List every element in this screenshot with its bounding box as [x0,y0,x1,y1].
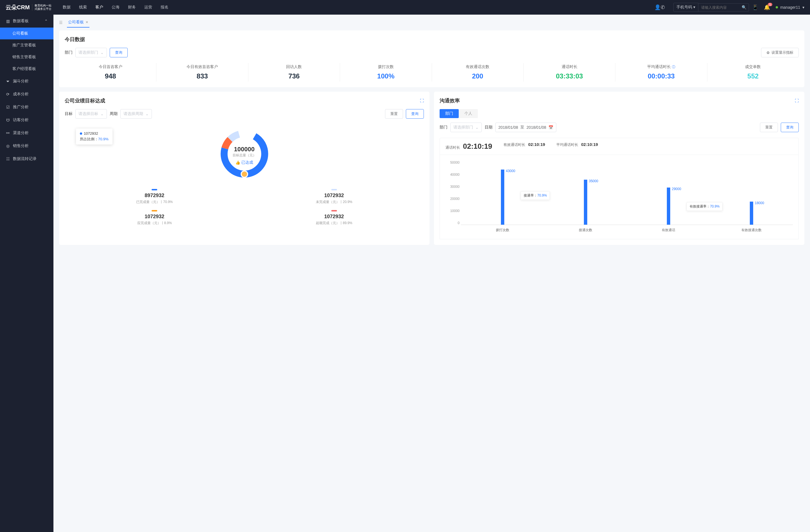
metric-value: 736 [248,72,340,80]
sidebar-item[interactable]: ⟳成本分析 [0,88,53,101]
sidebar-item[interactable]: ◎销售分析 [0,139,53,152]
channel-icon: ⚯ [6,131,10,135]
stat-value: 8972932 [65,193,244,199]
metric-label: 有效通话次数 [432,64,523,69]
sidebar-item[interactable]: ⏷漏斗分析 [0,75,53,88]
plot-area: 43000拨打次数35000接通次数29000有效通话18000有效接通次数接通… [461,161,793,225]
close-icon[interactable]: ✕ [85,20,88,24]
metric-label: 拨打次数 [340,64,432,69]
metric: 成交单数552 [707,63,799,82]
sidebar-subitem[interactable]: 公司看板 [0,28,53,39]
target-icon: ◎ [6,144,10,148]
bar-category-label: 有效通话 [662,228,675,233]
stat-desc: 已完成量（元）丨70.9% [65,200,244,204]
nav-item[interactable]: 数据 [63,5,70,10]
phone-icon[interactable]: ✆ [661,4,665,11]
efficiency-title: 沟通效率 [440,97,460,104]
header: 云朵CRM 教育机构一站 式服务云平台 数据线索客户公海财务运营报名 👤 ✆ 手… [0,0,810,15]
bar-chart: 50000400003000020000100000 43000拨打次数3500… [440,155,799,239]
nav-item[interactable]: 财务 [128,5,136,10]
y-tick: 0 [446,221,459,225]
segment-tab[interactable]: 部门 [440,109,459,118]
help-icon[interactable]: ⓘ [672,65,675,69]
today-title: 今日数据 [65,36,799,43]
query-button[interactable]: 查询 [406,109,424,119]
logo[interactable]: 云朵CRM 教育机构一站 式服务云平台 [6,4,51,11]
search-box: 手机号码 ▾ 🔍 [673,3,746,12]
sidebar-subitem[interactable]: 推广主管看板 [0,39,53,51]
add-user-icon[interactable]: 👤 [654,4,661,11]
chart-tooltip: 1072932 所占比例：70.9% [76,129,113,145]
sidebar-group-dashboard[interactable]: ▥ 数据看板 ⌃ [0,15,53,28]
stat-value: 1072932 [65,214,244,220]
segment-tabs: 部门个人 [440,109,799,118]
search-input[interactable] [698,3,749,12]
nav-item[interactable]: 公海 [112,5,119,10]
metric-value: 552 [707,72,799,80]
sidebar-item[interactable]: ⚯渠道分析 [0,127,53,139]
target-select[interactable]: 请选择目标 ⌄ [75,109,107,119]
dept-select[interactable]: 请选择部门 ⌄ [450,122,482,132]
search-icon[interactable]: 🔍 [742,5,746,10]
donut-chart: 1072932 所占比例：70.9% 100000 目标总量（元） 👍已达成 [65,124,424,186]
settings-metrics-button[interactable]: ⚙ 设置显示指标 [761,48,799,57]
status-dot [776,6,778,9]
bar-category-label: 有效接通次数 [741,228,762,233]
query-button[interactable]: 查询 [110,48,128,57]
funnel-icon: ⏷ [6,79,10,84]
efficiency-metric: 有效通话时长02:10:19 [503,142,545,151]
chevron-down-icon: ⌄ [475,125,479,130]
nav-item[interactable]: 运营 [144,5,152,10]
sidebar-item[interactable]: ☋访客分析 [0,114,53,127]
stat-desc: 超额完成（元）丨89.9% [244,221,424,226]
bar-category-label: 接通次数 [579,228,592,233]
metric: 平均通话时长ⓘ00:00:33 [615,63,707,82]
sidebar-item[interactable]: ☷数据流转记录 [0,152,53,165]
user-menu[interactable]: manager11 ▾ [776,5,804,10]
target-label: 目标 [65,111,72,116]
sidebar-subitem[interactable]: 销售主管看板 [0,51,53,63]
chevron-down-icon: ▾ [803,5,804,10]
nav-item[interactable]: 线索 [79,5,87,10]
expand-icon[interactable]: ⛶ [795,98,799,103]
y-tick: 30000 [446,185,459,189]
search-type-select[interactable]: 手机号码 ▾ [673,3,698,12]
cycle-select[interactable]: 请选择周期 ⌄ [120,109,152,119]
tab-company-board[interactable]: 公司看板 ✕ [67,17,90,28]
dept-select[interactable]: 请选择部门 ⌄ [75,48,107,57]
top-nav: 数据线索客户公海财务运营报名 [63,5,655,10]
nav-item[interactable]: 报名 [161,5,168,10]
query-button[interactable]: 查询 [781,122,799,132]
bell-icon[interactable]: 🔔5 [764,4,770,11]
chevron-down-icon: ⌄ [145,112,149,116]
svg-point-4 [241,171,247,178]
legend-bar [331,189,337,190]
metric: 通话时长03:33:03 [524,63,615,82]
legend-bar [151,210,157,212]
stat-desc: 未完成量（元）丨20.9% [244,200,424,204]
calendar-icon: 📅 [548,125,553,130]
metric-label: 回访人数 [248,64,340,69]
hamburger-icon[interactable]: ☰ [59,20,63,25]
mobile-icon[interactable]: 📱 [752,4,758,11]
metric: 拨打次数100% [340,63,432,82]
reset-button[interactable]: 重置 [760,122,778,132]
bar-value-label: 18000 [755,201,764,205]
segment-tab[interactable]: 个人 [459,109,478,118]
stat-value: 1072932 [244,214,424,220]
nav-item[interactable]: 客户 [95,5,103,10]
bar-value-label: 35000 [589,179,598,183]
sidebar-subitem[interactable]: 客户经理看板 [0,63,53,75]
reset-button[interactable]: 重置 [385,109,403,119]
main-content: ☰ 公司看板 ✕ 今日数据 部门 请选择部门 ⌄ 查询 ⚙ 设置显示指标 [53,15,810,532]
sidebar-item[interactable]: ☑推广分析 [0,101,53,114]
y-axis: 50000400003000020000100000 [446,161,459,225]
expand-icon[interactable]: ⛶ [420,98,424,103]
date-range-input[interactable]: 2018/01/08 至 2018/01/08 📅 [495,122,556,132]
stat-desc: 应完成量（元）丨8.9% [65,221,244,226]
date-label: 日期 [485,125,492,130]
stat-item: 1072932应完成量（元）丨8.9% [65,207,244,228]
legend-dot [80,132,82,135]
chart-icon: ☑ [6,105,10,110]
cycle-label: 周期 [110,111,117,116]
